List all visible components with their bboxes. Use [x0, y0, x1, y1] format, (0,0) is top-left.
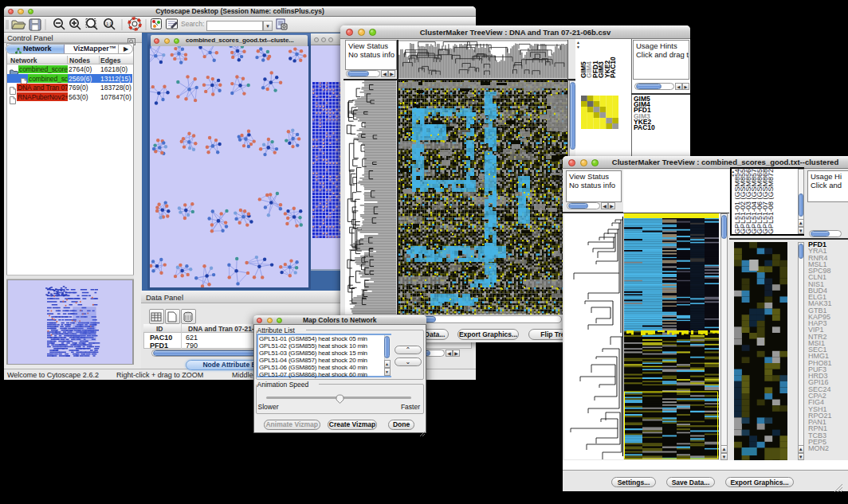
svg-text:1:1: 1:1 — [106, 21, 112, 26]
